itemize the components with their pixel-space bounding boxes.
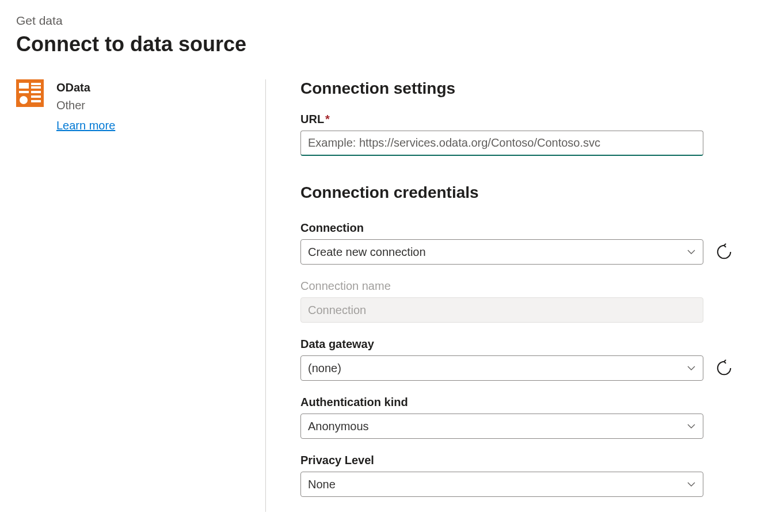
connection-credentials-heading: Connection credentials xyxy=(300,183,734,202)
gateway-refresh-button[interactable] xyxy=(714,358,734,378)
chevron-down-icon xyxy=(687,480,696,489)
svg-rect-3 xyxy=(31,86,41,89)
privacy-level-select-value: None xyxy=(308,478,336,491)
connection-settings-heading: Connection settings xyxy=(300,79,734,98)
connector-pane: OData Other Learn more xyxy=(16,79,265,512)
auth-kind-label: Authentication kind xyxy=(300,396,734,409)
chevron-down-icon xyxy=(687,363,696,373)
required-asterisk: * xyxy=(325,113,330,125)
auth-kind-select-value: Anonymous xyxy=(308,420,369,433)
svg-rect-8 xyxy=(31,100,41,102)
breadcrumb: Get data xyxy=(16,14,753,28)
odata-icon xyxy=(16,79,44,107)
learn-more-link[interactable]: Learn more xyxy=(56,117,115,134)
chevron-down-icon xyxy=(687,247,696,257)
settings-pane: Connection settings URL* Connection cred… xyxy=(265,79,753,512)
privacy-level-select[interactable]: None xyxy=(300,472,703,497)
data-gateway-label: Data gateway xyxy=(300,338,734,351)
svg-rect-2 xyxy=(31,83,41,85)
page-title: Connect to data source xyxy=(16,32,753,56)
auth-kind-select[interactable]: Anonymous xyxy=(300,414,703,439)
connection-name-label: Connection name xyxy=(300,280,734,293)
chevron-down-icon xyxy=(687,422,696,431)
privacy-level-label: Privacy Level xyxy=(300,454,734,467)
connection-select[interactable]: Create new connection xyxy=(300,239,703,265)
connector-name: OData xyxy=(56,79,115,96)
refresh-icon xyxy=(715,243,733,261)
connection-name-input xyxy=(300,297,703,323)
connection-label: Connection xyxy=(300,221,734,235)
url-input[interactable] xyxy=(300,131,703,156)
connection-select-value: Create new connection xyxy=(308,246,426,259)
connector-category: Other xyxy=(56,97,115,114)
svg-rect-5 xyxy=(31,91,41,93)
connection-refresh-button[interactable] xyxy=(714,242,734,262)
data-gateway-select-value: (none) xyxy=(308,362,341,375)
url-label: URL* xyxy=(300,113,734,126)
svg-rect-1 xyxy=(19,83,29,89)
refresh-icon xyxy=(715,359,733,377)
svg-rect-4 xyxy=(19,91,29,93)
svg-rect-7 xyxy=(31,95,41,98)
svg-point-6 xyxy=(20,96,28,104)
data-gateway-select[interactable]: (none) xyxy=(300,355,703,381)
